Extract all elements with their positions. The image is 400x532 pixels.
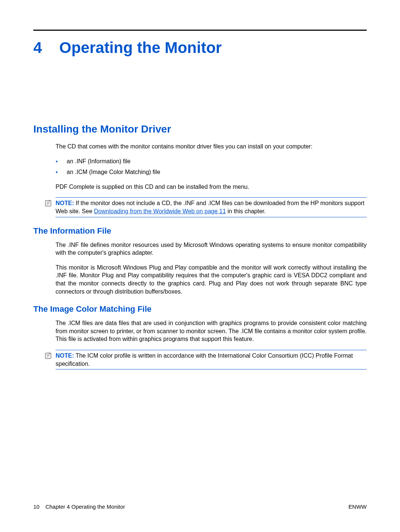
download-link[interactable]: Downloading from the Worldwide Web on pa… — [94, 208, 226, 214]
chapter-heading: 4 Operating the Monitor — [33, 39, 367, 57]
note-content: NOTE: The ICM color profile is written i… — [56, 350, 367, 369]
note-block: NOTE: The ICM color profile is written i… — [44, 350, 367, 369]
intro-paragraph: The CD that comes with the monitor conta… — [56, 143, 367, 151]
note-text-after: in this chapter. — [226, 208, 266, 214]
chapter-title: Operating the Monitor — [59, 39, 222, 57]
note-icon — [44, 352, 53, 361]
info-file-p1: The .INF file defines monitor resources … — [56, 241, 367, 257]
section-icm-file-heading: The Image Color Matching File — [33, 304, 367, 314]
icm-file-p1: The .ICM files are data files that are u… — [56, 319, 367, 343]
pdf-complete-paragraph: PDF Complete is supplied on this CD and … — [56, 183, 367, 191]
list-item: an .ICM (Image Color Matching) file — [56, 168, 367, 176]
list-item: an .INF (Information) file — [56, 157, 367, 165]
note-text: The ICM color profile is written in acco… — [56, 352, 353, 367]
info-file-p2: This monitor is Microsoft Windows Plug a… — [56, 264, 367, 295]
driver-files-list: an .INF (Information) file an .ICM (Imag… — [56, 157, 367, 176]
footer-right: ENWW — [349, 503, 367, 510]
note-label: NOTE: — [56, 200, 74, 206]
page-footer: 10 Chapter 4 Operating the Monitor ENWW — [33, 503, 367, 510]
note-label: NOTE: — [56, 352, 74, 359]
note-block: NOTE: If the monitor does not include a … — [44, 197, 367, 217]
section-installing-driver-heading: Installing the Monitor Driver — [33, 123, 367, 135]
note-content: NOTE: If the monitor does not include a … — [56, 197, 367, 217]
section-information-file-heading: The Information File — [33, 226, 367, 236]
chapter-number: 4 — [33, 39, 59, 57]
page-number: 10 — [33, 503, 40, 510]
note-icon — [44, 200, 53, 208]
footer-chapter-ref: Chapter 4 Operating the Monitor — [46, 503, 125, 510]
top-rule — [33, 30, 367, 31]
